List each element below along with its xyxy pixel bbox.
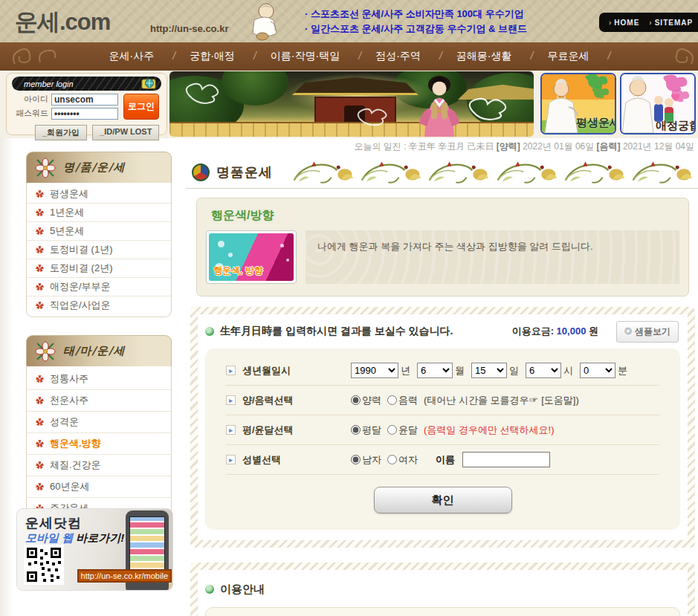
help-link[interactable]: [도움말]	[541, 395, 575, 406]
solar-tag: [양력]	[497, 141, 520, 152]
usage-guide-section: 이용안내 ▸결제수단 카드결제, 휴대폰결제, 일반전화결제, 계좌이체 ▸사주…	[190, 562, 695, 616]
signup-button[interactable]: _회원가입	[35, 125, 87, 140]
form-header-text: 生年月日時를 입력하시면 결과를 보실수 있습니다.	[220, 325, 453, 338]
globe-card-icon	[140, 78, 157, 89]
sidebar-item-cheonun-saju[interactable]: ✿천운사주	[27, 390, 171, 412]
main-banner-image	[169, 71, 534, 137]
svg-text:애정궁합: 애정궁합	[656, 119, 694, 132]
service-title: 행운색/방향	[211, 208, 679, 224]
site-logo[interactable]: 운세.com	[15, 7, 110, 38]
sidebar-item-tojeong-2[interactable]: ✿토정비결 (2년)	[27, 259, 171, 278]
calendar-type-row: ▸양/음력선택 양력 음력 (태어난 시간을 모를경우☞ [도움말])	[226, 386, 659, 415]
sidebar-item-60nyeon-unse[interactable]: ✿60년운세	[27, 476, 171, 498]
fee-amount: 10,000	[557, 325, 586, 337]
year-select[interactable]: 1990	[351, 363, 398, 378]
sidebar-item-jeongtong-saju[interactable]: ✿정통사주	[27, 369, 171, 390]
idpw-lost-button[interactable]: _ID/PW LOST	[92, 125, 159, 140]
login-button[interactable]: 로그인	[123, 94, 159, 120]
menu-premium-fortune: 명/품/운/세 ✿평생운세 ✿1년운세 ✿5년운세 ✿토정비결 (1년) ✿토정…	[26, 152, 172, 317]
fortune-form-section: 生年月日時를 입력하시면 결과를 보실수 있습니다. 이용요금: 10,000 …	[190, 307, 695, 548]
sample-view-button[interactable]: ◎샘플보기	[616, 321, 679, 343]
banner-lifetime-fortune[interactable]: 평생운세	[540, 73, 616, 134]
mobile-url-badge: http://un-se.co.kr/mobile	[77, 569, 172, 583]
flower-ornament-icon	[34, 340, 56, 363]
sidebar-item-haengunsaek-banghyang[interactable]: ✿행운색.방향	[27, 433, 171, 455]
nav-muryo-unse[interactable]: 무료운세	[530, 50, 607, 63]
mobile-banner-title: 운세닷컴	[25, 514, 82, 532]
topnav-sitemap[interactable]: ›SITEMAP	[649, 19, 693, 27]
top-header: 운세.com http://un-se.co.kr · 스포츠조선 운세/사주 …	[0, 0, 698, 42]
cloud-ornament-icon	[465, 92, 520, 122]
taegeuk-icon	[192, 163, 210, 181]
id-input[interactable]	[51, 94, 118, 106]
banner-love-compatibility[interactable]: 애정궁합	[620, 73, 696, 134]
flower-bullet-icon: ✿	[36, 373, 44, 385]
birth-label: 생년월일시	[242, 364, 291, 377]
sidebar-item-seonggyeok-un[interactable]: ✿성격운	[27, 412, 171, 433]
nav-ornament-icon	[654, 45, 696, 68]
birth-datetime-row: ▸생년월일시 1990년 6월 15일 6시 0분	[226, 356, 659, 386]
topnav-home[interactable]: ›HOME	[609, 19, 639, 27]
minute-select[interactable]: 0	[580, 363, 615, 378]
sidebar-item-1nyeon-unse[interactable]: ✿1년운세	[27, 204, 171, 222]
page-title: 명품운세	[216, 163, 273, 181]
flower-bullet-icon: ✿	[36, 299, 44, 311]
password-input[interactable]	[51, 108, 118, 120]
lunar-tag: [음력]	[597, 141, 621, 152]
menu1-header: 명/품/운/세	[26, 152, 172, 183]
arrow-box-icon: ▸	[226, 366, 236, 375]
name-input[interactable]	[462, 452, 550, 467]
chevron-icon: ›	[649, 19, 652, 27]
main-navbar: 운세·사주 궁합·애정 이름·작명·택일 점성·주역 꿈해몽·생활 무료운세	[0, 42, 698, 71]
lunar-radio[interactable]: 음력	[387, 394, 418, 407]
nav-ireum-jakmyeong[interactable]: 이름·작명·택일	[253, 50, 358, 63]
nav-unse-saju[interactable]: 운세·사주	[91, 50, 172, 63]
month-select[interactable]: 6	[417, 363, 453, 378]
arrow-box-icon: ▸	[226, 395, 236, 405]
qr-code	[24, 545, 64, 585]
banner-row: member login 아이디 패스워드 로그인 _회원가입 _ID/PW L…	[0, 71, 698, 138]
sidebar-item-jigeop-saeop[interactable]: ✿직업운/사업운	[27, 296, 171, 314]
monk-mascot-icon	[244, 2, 281, 41]
nav-kkumhaemong[interactable]: 꿈해몽·생활	[439, 50, 530, 63]
solar-radio[interactable]: 양력	[351, 394, 381, 407]
flower-bullet-icon: ✿	[36, 438, 44, 450]
confirm-button[interactable]: 확인	[374, 487, 512, 513]
mobile-web-banner[interactable]: 운세닷컴 모바일 웹 바로가기! http://un-se.co.kr/mobi…	[16, 508, 173, 591]
sidebar-item-pyeongsaeng-unse[interactable]: ✿평생운세	[27, 185, 171, 204]
female-radio[interactable]: 여자	[387, 453, 418, 467]
promo-line-2[interactable]: · 일간스포츠 운세/사주 고객감동 우수기업 & 브랜드	[305, 22, 527, 36]
sidebar-item-aejeong-bubu[interactable]: ✿애정운/부부운	[27, 278, 171, 296]
content-header: 명품운세	[186, 156, 698, 189]
day-select[interactable]: 15	[471, 363, 507, 378]
sidebar-item-tojeong-1[interactable]: ✿토정비결 (1년)	[27, 241, 171, 259]
hour-select[interactable]: 6	[526, 363, 561, 378]
flower-bullet-icon: ✿	[36, 244, 44, 256]
fee-text: 이용요금: 10,000 원	[512, 325, 598, 338]
floral-border-ornament	[290, 159, 697, 186]
male-radio[interactable]: 남자	[351, 453, 381, 467]
guide-box: ▸결제수단 카드결제, 휴대폰결제, 일반전화결제, 계좌이체 ▸사주결과 내용…	[205, 607, 680, 616]
member-login-panel: member login 아이디 패스워드 로그인 _회원가입 _ID/PW L…	[6, 73, 167, 135]
promo-line-1[interactable]: · 스포츠조선 운세/사주 소비자만족 100대 우수기업	[305, 7, 527, 22]
cloud-ornament-icon	[355, 104, 403, 128]
normal-month-radio[interactable]: 평달	[351, 424, 381, 437]
nav-gunghap-aejeong[interactable]: 궁합·애정	[172, 50, 253, 63]
service-description: 나에게 행운과 복을 가져다 주는 색상과 집방향을 알려 드립니다.	[306, 230, 679, 284]
arrow-box-icon: ▸	[226, 425, 236, 435]
name-label: 이름	[436, 453, 455, 467]
right-banner-group: 평생운세 애정궁합	[540, 73, 696, 134]
circle-bullet-icon: ◎	[624, 326, 632, 337]
flower-ornament-icon	[34, 157, 56, 179]
service-thumbnail[interactable]: 행운색, 방향	[206, 230, 297, 284]
mobile-banner-subtitle: 모바일 웹 바로가기!	[25, 531, 124, 545]
flower-bullet-icon: ✿	[36, 459, 44, 471]
hanbok-lady-illustration	[412, 74, 467, 137]
nav-jeomseong-juyeok[interactable]: 점성·주역	[358, 50, 439, 63]
leap-month-row: ▸평/윤달선택 평달 윤달 (음력일 경우에만 선택하세요!)	[226, 415, 659, 445]
sidebar-item-chejil-geongang[interactable]: ✿체질.건강운	[27, 455, 171, 476]
sidebar-item-5nyeon-unse[interactable]: ✿5년운세	[27, 222, 171, 241]
leap-month-radio[interactable]: 윤달	[387, 424, 418, 437]
flower-bullet-icon: ✿	[36, 207, 44, 218]
nav-ornament-icon	[10, 45, 62, 68]
